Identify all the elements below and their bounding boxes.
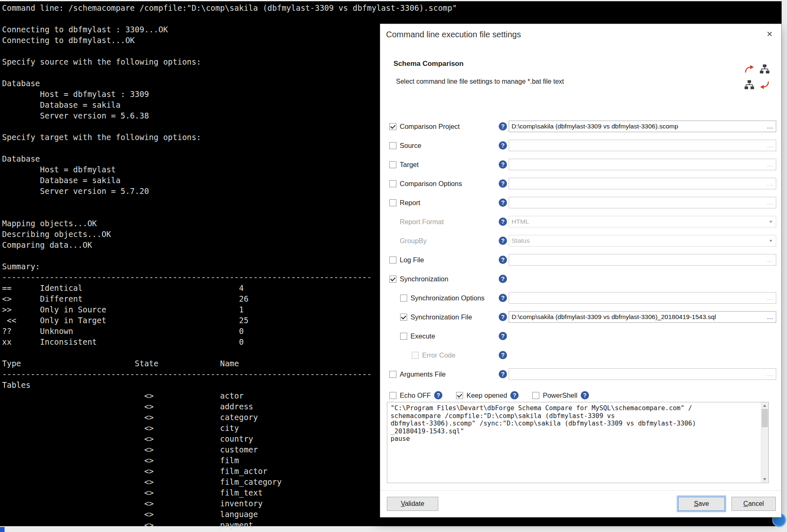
help-icon[interactable]: ? <box>499 351 507 359</box>
synchronization-checkbox[interactable] <box>389 276 396 283</box>
report-checkbox[interactable] <box>389 199 396 206</box>
source-field[interactable]: … <box>509 140 776 151</box>
row-execute: Execute ? <box>380 326 781 346</box>
scrollbar-thumb[interactable] <box>762 409 768 427</box>
help-icon[interactable]: ? <box>499 160 507 169</box>
report-field[interactable]: … <box>509 197 776 208</box>
row-groupby: GroupBy ? Status <box>380 231 781 250</box>
synchronization-label: Synchronization <box>400 275 499 283</box>
browse-button[interactable]: … <box>764 313 776 321</box>
synchronization-options-checkbox[interactable] <box>400 295 407 302</box>
comparison-project-label: Comparison Project <box>400 123 499 131</box>
red-arrow-right-icon <box>744 65 754 75</box>
help-icon[interactable]: ? <box>499 218 507 226</box>
help-icon[interactable]: ? <box>499 370 507 378</box>
row-target: Target ? … <box>380 155 781 174</box>
browse-button[interactable]: … <box>764 199 776 206</box>
synchronization-options-field[interactable]: … <box>509 292 776 304</box>
comparison-options-field[interactable]: … <box>509 178 776 189</box>
browse-button[interactable]: … <box>764 161 776 168</box>
groupby-value: Status <box>509 237 766 244</box>
chevron-down-icon <box>766 235 776 246</box>
help-icon[interactable]: ? <box>499 122 507 131</box>
comparison-project-checkbox[interactable] <box>389 123 396 130</box>
scrollbar[interactable] <box>761 402 768 483</box>
schema-comparison-subtitle: Select command line file settings to man… <box>396 78 564 85</box>
help-icon[interactable]: ? <box>510 391 519 399</box>
schema-comparison-icon <box>741 62 772 94</box>
synchronization-file-checkbox[interactable] <box>400 314 407 321</box>
help-icon[interactable]: ? <box>499 237 507 245</box>
help-icon[interactable]: ? <box>499 332 507 340</box>
row-synchronization: Synchronization ? <box>380 269 781 288</box>
red-arrow-left-icon <box>760 81 770 91</box>
synchronization-options-label: Synchronization Options <box>410 294 499 302</box>
arguments-file-checkbox[interactable] <box>389 371 396 378</box>
validate-button[interactable]: Validate <box>387 497 438 511</box>
browse-button[interactable]: … <box>764 370 776 378</box>
bat-file-text: "C:\Program Files\Devart\dbForge Schema … <box>387 402 768 445</box>
report-format-value: HTML <box>509 218 766 225</box>
comparison-options-checkbox[interactable] <box>389 180 396 187</box>
row-report-format: Report Format ? HTML <box>380 212 781 231</box>
log-file-label: Log File <box>400 256 499 264</box>
synchronization-file-value: D:\comp\sakila (dbfmylast-3309 vs dbfmyl… <box>509 313 764 321</box>
echo-off-option: Echo OFF ? <box>389 391 444 399</box>
comparison-project-field[interactable]: D:\comp\sakila (dbfmylast-3309 vs dbfmyl… <box>509 121 776 132</box>
execute-checkbox[interactable] <box>400 333 407 340</box>
chevron-down-icon <box>766 216 776 227</box>
row-report: Report ? … <box>380 193 781 212</box>
target-field[interactable]: … <box>509 159 776 170</box>
help-icon[interactable]: ? <box>499 179 507 188</box>
browse-button[interactable]: … <box>764 123 776 130</box>
settings-form: Comparison Project ? D:\comp\sakila (dbf… <box>380 117 781 402</box>
bat-file-text-area[interactable]: "C:\Program Files\Devart\dbForge Schema … <box>387 402 769 483</box>
report-format-label: Report Format <box>400 218 499 226</box>
browse-button[interactable]: … <box>764 142 776 149</box>
report-label: Report <box>400 199 499 207</box>
save-button[interactable]: Save <box>678 497 725 511</box>
report-format-dropdown: HTML <box>509 216 776 227</box>
keep-opened-checkbox[interactable] <box>456 392 463 399</box>
help-icon[interactable]: ? <box>499 313 507 321</box>
row-synchronization-options: Synchronization Options ? … <box>380 288 781 307</box>
log-file-checkbox[interactable] <box>389 256 396 264</box>
keep-opened-option: Keep opened ? <box>456 391 520 399</box>
target-checkbox[interactable] <box>389 161 396 168</box>
help-icon[interactable]: ? <box>434 391 442 399</box>
synchronization-file-field[interactable]: D:\comp\sakila (dbfmylast-3309 vs dbfmyl… <box>509 311 776 323</box>
scroll-down-icon[interactable] <box>763 478 766 481</box>
log-file-field[interactable]: … <box>509 254 776 266</box>
org-chart-icon <box>760 64 770 76</box>
help-icon[interactable]: ? <box>499 198 507 207</box>
source-checkbox[interactable] <box>389 142 396 149</box>
groupby-label: GroupBy <box>400 237 499 245</box>
echo-off-checkbox[interactable] <box>389 392 396 399</box>
browse-button[interactable]: … <box>764 294 776 302</box>
cancel-button[interactable]: Cancel <box>731 497 776 511</box>
groupby-dropdown: Status <box>509 235 776 247</box>
row-comparison-project: Comparison Project ? D:\comp\sakila (dbf… <box>380 117 781 136</box>
dialog-title: Command line execution file settings <box>386 30 521 39</box>
browse-button[interactable]: … <box>764 180 776 187</box>
execute-label: Execute <box>410 332 499 340</box>
command-line-settings-dialog: Command line execution file settings × S… <box>380 24 782 517</box>
scroll-up-icon[interactable] <box>763 404 766 407</box>
source-label: Source <box>400 142 499 150</box>
arguments-file-field[interactable]: … <box>509 368 776 380</box>
help-icon[interactable]: ? <box>499 256 507 264</box>
comparison-project-value: D:\comp\sakila (dbfmylast-3309 vs dbfmyl… <box>509 123 764 130</box>
help-icon[interactable]: ? <box>499 275 507 283</box>
comparison-options-label: Comparison Options <box>400 180 499 188</box>
close-icon[interactable]: × <box>763 27 776 41</box>
help-icon[interactable]: ? <box>499 141 507 150</box>
help-icon[interactable]: ? <box>581 391 589 399</box>
help-icon[interactable]: ? <box>499 294 507 302</box>
browse-button[interactable]: … <box>764 256 776 264</box>
error-code-label: Error Code <box>422 351 499 359</box>
powershell-checkbox[interactable] <box>532 392 539 399</box>
row-source: Source ? … <box>380 136 781 155</box>
corner-accent <box>0 527 5 532</box>
dialog-footer: Validate Save Cancel <box>380 490 781 517</box>
target-label: Target <box>400 161 499 169</box>
